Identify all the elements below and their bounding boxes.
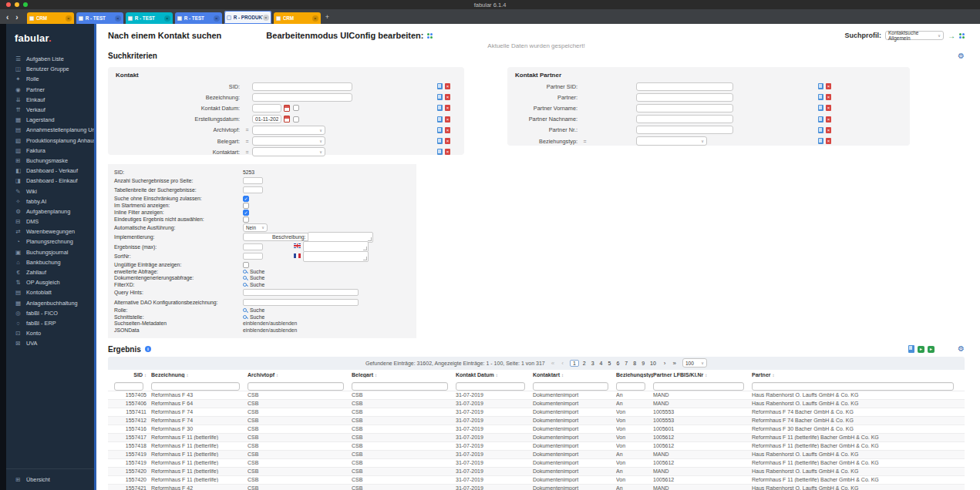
operator-label[interactable]: = — [242, 139, 252, 144]
export-csv-icon[interactable]: ▸ — [928, 346, 935, 353]
column-header-belegart[interactable]: Belegart↕ — [352, 372, 456, 378]
sidebar-item-wiki[interactable]: ✎Wiki — [6, 186, 94, 196]
suchprofil-select[interactable]: Kontaktsuche Allgemein∨ — [885, 31, 944, 40]
sidebar-item-buchungsmaske[interactable]: ⊞Buchungsmaske — [6, 156, 94, 166]
calendar-icon[interactable] — [284, 105, 290, 112]
sidebar-item-produktionsplanung-anhausen[interactable]: ▧Produktionsplanung Anhausen — [6, 136, 94, 146]
tab-r-produktiv[interactable]: R - PRODUKTIV× — [224, 11, 271, 24]
field-clear-icon[interactable] — [445, 149, 450, 155]
partner-vorname-input[interactable] — [636, 104, 733, 112]
field-clear-icon[interactable] — [445, 138, 450, 144]
kontakt-datum-date-input[interactable] — [252, 104, 281, 112]
column-header-bezeichnung[interactable]: Bezeichnung↕ — [151, 372, 248, 378]
field-copy-icon[interactable] — [437, 138, 443, 144]
filter-bezeichnung-input[interactable] — [151, 382, 240, 391]
operator-label[interactable]: = — [242, 127, 252, 133]
table-row[interactable]: 1557419Reformhaus F 11 (betterlife)CSBCS… — [108, 450, 965, 458]
column-header-partner[interactable]: Partner↕ — [752, 372, 961, 378]
sort-icon[interactable]: ↕ — [375, 373, 377, 378]
date-checkbox[interactable] — [293, 105, 299, 111]
table-row[interactable]: 1557421Reformhaus F 42CSBCSB31-07-2019Do… — [108, 484, 965, 490]
im-startmenü-anzeigen-checkbox[interactable] — [243, 203, 249, 209]
sidebar-item-buchungsjournal[interactable]: ▣Buchungsjournal — [6, 247, 94, 257]
sidebar-item-rolle[interactable]: ✦Rolle — [6, 74, 94, 84]
filter-partner-lfbis-kl-nr-input[interactable] — [653, 382, 744, 391]
sort-icon[interactable]: ↕ — [496, 373, 498, 378]
page-number-10[interactable]: 10 — [648, 361, 658, 366]
ergebnisse-max-input[interactable] — [243, 243, 263, 250]
partner-sid-input[interactable] — [636, 82, 733, 91]
copy-results-icon[interactable] — [908, 345, 914, 353]
page-number-6[interactable]: 6 — [615, 361, 621, 366]
sidebar-item-fabby-ai[interactable]: ✧fabby.AI — [6, 196, 94, 206]
tab-r-test[interactable]: R - TEST× — [76, 12, 123, 24]
sid-input[interactable] — [252, 82, 352, 91]
beziehungstyp-select[interactable]: ∨ — [636, 136, 707, 146]
filterxd-search-link[interactable]: Suche — [243, 282, 264, 287]
field-clear-icon[interactable] — [826, 94, 831, 100]
page-number-8[interactable]: 8 — [631, 361, 638, 366]
column-header-beziehungstyp[interactable]: Beziehungstyp↕ — [616, 372, 653, 378]
field-clear-icon[interactable] — [445, 83, 450, 89]
kontaktart-select[interactable]: ∨ — [252, 147, 325, 156]
partner-nachname-input[interactable] — [636, 115, 733, 123]
sidebar-item-fabbi-erp[interactable]: ○fabBI - ERP — [6, 318, 94, 328]
field-copy-icon[interactable] — [818, 105, 823, 111]
partner-nr-input[interactable] — [636, 126, 733, 134]
field-copy-icon[interactable] — [437, 94, 443, 100]
ungültige-einträge-anzeigen-checkbox[interactable] — [243, 262, 249, 268]
column-header-kontaktart[interactable]: Kontaktart↕ — [533, 372, 616, 378]
field-clear-icon[interactable] — [826, 105, 831, 111]
sidebar-item-aufgabenplanung[interactable]: ⚙Aufgabenplanung — [6, 206, 94, 216]
table-row[interactable]: 1557412Reformhaus F 74CSBCSB31-07-2019Do… — [108, 416, 965, 425]
sidebar-item-aufgaben-liste[interactable]: ☰Aufgaben Liste — [6, 54, 94, 64]
sort-icon[interactable]: ↕ — [187, 373, 189, 378]
alternative-dao-konfigurationsbezeichnung-input[interactable] — [243, 299, 359, 306]
field-copy-icon[interactable] — [437, 105, 443, 111]
column-header-partner-lfbis-kl-nr[interactable]: Partner LFBIS/Kl.Nr↕ — [653, 372, 752, 378]
field-clear-icon[interactable] — [826, 116, 831, 123]
field-clear-icon[interactable] — [826, 127, 831, 133]
field-copy-icon[interactable] — [818, 94, 823, 100]
filter-kontaktart-input[interactable] — [533, 382, 608, 391]
table-row[interactable]: 1557417Reformhaus F 11 (betterlife)CSBCS… — [108, 433, 965, 441]
back-icon[interactable]: ‹ — [6, 13, 8, 22]
field-copy-icon[interactable] — [818, 83, 823, 89]
field-clear-icon[interactable] — [445, 127, 450, 133]
sort-icon[interactable]: ↕ — [276, 373, 278, 378]
tab-close-icon[interactable]: × — [312, 15, 318, 22]
sidebar-item-partner[interactable]: ◉Partner — [6, 85, 94, 95]
translation-fr-textarea[interactable] — [303, 251, 369, 262]
calendar-icon[interactable] — [284, 116, 290, 123]
filter-kontakt-datum-input[interactable] — [456, 382, 525, 391]
page-number-7[interactable]: 7 — [623, 361, 629, 366]
field-clear-icon[interactable] — [445, 94, 450, 100]
criteria-settings-gear-icon[interactable]: ⚙ — [958, 52, 965, 60]
filter-beziehungstyp-input[interactable] — [616, 382, 645, 391]
bezeichnung-input[interactable] — [252, 93, 352, 102]
field-copy-icon[interactable] — [818, 138, 823, 144]
history-nav[interactable]: ‹ › — [6, 13, 19, 22]
filter-belegart-input[interactable] — [352, 382, 448, 391]
suche-ohne-einschränkung-zulassen-checkbox[interactable] — [243, 196, 249, 202]
field-clear-icon[interactable] — [445, 116, 450, 123]
archivtopf-select[interactable]: ∨ — [252, 126, 325, 135]
query-hints-input[interactable] — [243, 289, 359, 296]
column-header-archivtopf[interactable]: Archivtopf↕ — [248, 372, 352, 378]
table-row[interactable]: 1557411Reformhaus F 74CSBCSB31-07-2019Do… — [108, 408, 965, 416]
field-copy-icon[interactable] — [437, 127, 443, 133]
sort-icon[interactable]: ↕ — [561, 373, 564, 378]
table-row[interactable]: 1557406Reformhaus F 64CSBCSB31-07-2019Do… — [108, 399, 965, 408]
operator-label[interactable]: = — [242, 149, 252, 155]
date-checkbox[interactable] — [293, 116, 299, 123]
page-number-5[interactable]: 5 — [607, 361, 613, 366]
field-copy-icon[interactable] — [818, 127, 823, 133]
sidebar-item-warenbewegungen[interactable]: ⇄Warenbewegungen — [6, 227, 94, 237]
tab-r-test[interactable]: R - TEST× — [126, 12, 173, 24]
tab-close-icon[interactable]: × — [164, 15, 170, 22]
sidebar-item-planungsrechnung[interactable]: ◔Planungsrechnung — [6, 237, 94, 247]
tab-crm[interactable]: CRM× — [27, 12, 74, 24]
rolle-search-link[interactable]: Suche — [243, 307, 264, 313]
field-copy-icon[interactable] — [437, 149, 443, 155]
table-row[interactable]: 1557420Reformhaus F 11 (betterlife)CSBCS… — [108, 467, 965, 475]
